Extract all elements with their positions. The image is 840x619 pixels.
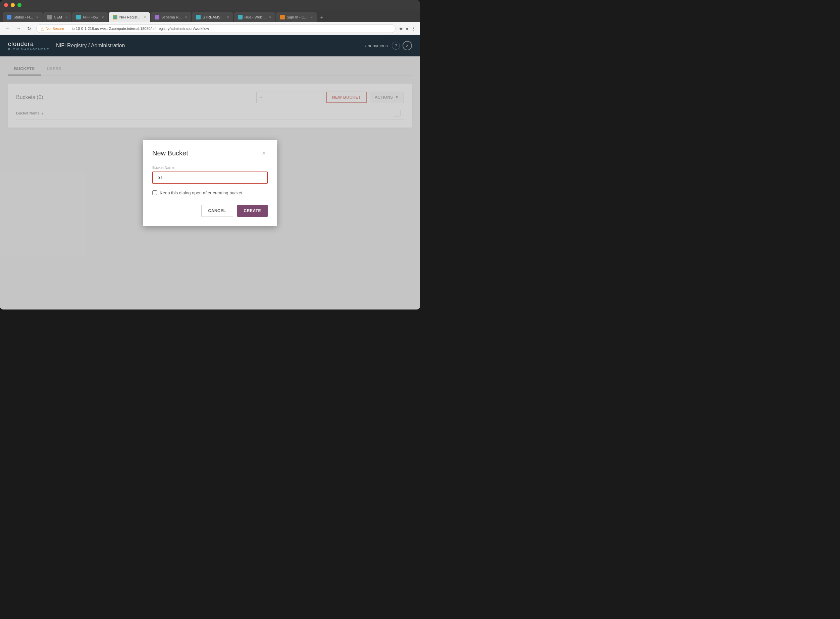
- tab-streams-icon: [196, 15, 201, 19]
- tab-streams[interactable]: STREAMS... ×: [192, 12, 233, 22]
- address-actions: ★ ● ⋮: [399, 26, 416, 31]
- tab-streams-close[interactable]: ×: [227, 15, 229, 19]
- forward-button[interactable]: →: [15, 25, 22, 32]
- tab-nifi-registry-icon: [113, 15, 118, 19]
- cancel-button[interactable]: CANCEL: [201, 205, 233, 217]
- back-button[interactable]: ←: [4, 25, 11, 32]
- tab-cem-icon: [47, 15, 52, 19]
- tab-hue-label: Hue - Welc...: [245, 15, 266, 19]
- separator: |: [67, 27, 69, 31]
- reload-button[interactable]: ↻: [25, 25, 33, 32]
- tab-nifi-registry-close[interactable]: ×: [144, 15, 146, 19]
- menu-icon[interactable]: ⋮: [411, 26, 416, 31]
- modal-close-icon: ×: [262, 150, 266, 157]
- address-text: ip-10-0-1-218.us-west-2.compute.internal…: [72, 27, 209, 31]
- new-bucket-modal: New Bucket × Bucket Name Keep this dialo…: [143, 140, 277, 226]
- tab-hue-close[interactable]: ×: [269, 15, 271, 19]
- warning-icon: △: [40, 26, 43, 31]
- tab-schema-label: Schema R...: [161, 15, 182, 19]
- help-icon: ?: [395, 43, 397, 48]
- tab-signin-label: Sign In - C...: [287, 15, 307, 19]
- bookmark-icon[interactable]: ★: [399, 26, 403, 31]
- modal-header: New Bucket ×: [152, 150, 268, 157]
- tab-status-icon: [7, 15, 11, 19]
- tab-signin-icon: [280, 15, 285, 19]
- tab-cem-label: CEM: [54, 15, 62, 19]
- modal-title: New Bucket: [152, 150, 188, 157]
- create-button[interactable]: CREATE: [237, 205, 268, 217]
- title-bar: [0, 0, 420, 10]
- tab-hue[interactable]: Hue - Welc... ×: [234, 12, 275, 22]
- tab-status-label: Status - H...: [13, 15, 33, 19]
- logo-text: cloudera: [8, 40, 49, 48]
- help-button[interactable]: ?: [392, 42, 400, 50]
- minimize-traffic-light[interactable]: [11, 3, 15, 7]
- bucket-name-field-group: Bucket Name: [152, 166, 268, 184]
- tab-bar: Status - H... × CEM × NiFi Flow × NiFi R…: [0, 10, 420, 22]
- maximize-traffic-light[interactable]: [18, 3, 21, 7]
- modal-close-button[interactable]: ×: [260, 150, 268, 157]
- header-user: anonymous: [365, 43, 388, 48]
- close-traffic-light[interactable]: [4, 3, 8, 7]
- app-header: cloudera FLOW MANAGEMENT NiFi Registry /…: [0, 35, 420, 57]
- address-field[interactable]: △ Not Secure | ip-10-0-1-218.us-west-2.c…: [36, 24, 395, 33]
- tab-schema[interactable]: Schema R... ×: [151, 12, 191, 22]
- tab-nifi-registry[interactable]: NiFi Regist... ×: [109, 12, 150, 22]
- close-icon: ×: [406, 43, 409, 48]
- tab-hue-icon: [238, 15, 243, 19]
- close-button[interactable]: ×: [403, 41, 412, 50]
- tab-streams-label: STREAMS...: [203, 15, 224, 19]
- main-content: BUCKETS USERS Buckets (0) ▿ NEW BUCKET: [0, 57, 420, 310]
- tab-nifi-flow-close[interactable]: ×: [101, 15, 104, 19]
- tab-signin-close[interactable]: ×: [310, 15, 313, 19]
- profile-icon[interactable]: ●: [406, 26, 409, 31]
- tab-nifi-flow-icon: [76, 15, 81, 19]
- tab-nifi-registry-label: NiFi Regist...: [119, 15, 140, 19]
- tab-cem-close[interactable]: ×: [66, 15, 67, 19]
- logo-area: cloudera FLOW MANAGEMENT: [8, 40, 49, 51]
- bucket-name-label: Bucket Name: [152, 166, 268, 169]
- tab-nifi-flow-label: NiFi Flow: [83, 15, 98, 19]
- modal-overlay: New Bucket × Bucket Name Keep this dialo…: [0, 57, 420, 310]
- keep-open-label: Keep this dialog open after creating buc…: [160, 190, 242, 195]
- tab-cem[interactable]: CEM ×: [43, 12, 72, 22]
- app-title: NiFi Registry / Administration: [56, 43, 125, 49]
- app-area: cloudera FLOW MANAGEMENT NiFi Registry /…: [0, 35, 420, 310]
- new-tab-button[interactable]: +: [317, 13, 326, 22]
- tab-signin[interactable]: Sign In - C... ×: [276, 12, 317, 22]
- tab-nifi-flow[interactable]: NiFi Flow ×: [72, 12, 108, 22]
- tab-status[interactable]: Status - H... ×: [3, 12, 43, 22]
- modal-footer: CANCEL CREATE: [152, 205, 268, 217]
- tab-status-close[interactable]: ×: [36, 15, 38, 19]
- browser-window: Status - H... × CEM × NiFi Flow × NiFi R…: [0, 0, 420, 310]
- logo-sub: FLOW MANAGEMENT: [8, 48, 49, 51]
- address-bar: ← → ↻ △ Not Secure | ip-10-0-1-218.us-we…: [0, 22, 420, 35]
- keep-open-checkbox[interactable]: [152, 190, 157, 195]
- not-secure-label: Not Secure: [46, 27, 64, 31]
- tab-schema-close[interactable]: ×: [185, 15, 187, 19]
- bucket-name-input[interactable]: [152, 172, 268, 184]
- keep-open-row: Keep this dialog open after creating buc…: [152, 190, 268, 195]
- tab-schema-icon: [155, 15, 159, 19]
